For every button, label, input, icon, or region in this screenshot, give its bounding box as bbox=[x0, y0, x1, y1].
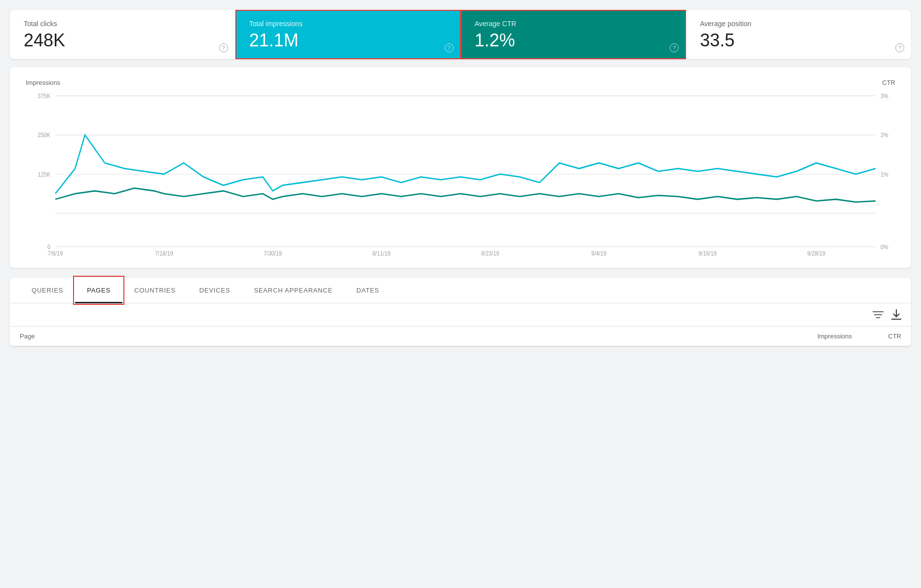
svg-text:8/11/19: 8/11/19 bbox=[372, 250, 390, 257]
tabs-card: QUERIES PAGES COUNTRIES DEVICES SEARCH A… bbox=[10, 278, 911, 346]
svg-text:7/18/19: 7/18/19 bbox=[155, 250, 173, 257]
svg-text:2%: 2% bbox=[881, 132, 888, 139]
svg-text:0: 0 bbox=[47, 243, 51, 250]
svg-text:3%: 3% bbox=[881, 92, 888, 99]
svg-text:9/16/19: 9/16/19 bbox=[698, 250, 717, 257]
metric-total-impressions[interactable]: Total impressions 21.1M ? bbox=[235, 10, 461, 59]
tab-dates[interactable]: DATES bbox=[345, 278, 391, 303]
total-impressions-value: 21.1M bbox=[249, 32, 447, 49]
column-page-label: Page bbox=[20, 332, 783, 340]
table-header: Page Impressions CTR bbox=[10, 327, 911, 346]
svg-text:8/23/19: 8/23/19 bbox=[481, 250, 499, 257]
svg-text:1%: 1% bbox=[881, 171, 888, 178]
tab-queries[interactable]: QUERIES bbox=[20, 278, 75, 303]
average-position-label: Average position bbox=[700, 20, 897, 28]
svg-text:7/6/19: 7/6/19 bbox=[48, 250, 63, 257]
download-icon[interactable] bbox=[891, 309, 901, 320]
svg-text:7/30/19: 7/30/19 bbox=[264, 250, 282, 257]
chart-card: Impressions CTR 375K 250K 125K 0 3% 2% 1… bbox=[10, 67, 911, 268]
svg-text:375K: 375K bbox=[38, 92, 50, 99]
chart-left-label: Impressions bbox=[26, 79, 60, 86]
metrics-card: Total clicks 248K ? Total impressions 21… bbox=[10, 10, 911, 59]
chart-header: Impressions CTR bbox=[26, 79, 895, 86]
metric-average-ctr[interactable]: Average CTR 1.2% ? bbox=[461, 10, 687, 59]
tab-pages[interactable]: PAGES bbox=[75, 278, 122, 303]
svg-text:9/4/19: 9/4/19 bbox=[591, 250, 607, 257]
tab-search-appearance[interactable]: SEARCH APPEARANCE bbox=[242, 278, 345, 303]
svg-text:250K: 250K bbox=[38, 132, 50, 139]
total-clicks-value: 248K bbox=[24, 32, 221, 49]
column-impressions-label: Impressions bbox=[783, 332, 852, 340]
average-ctr-value: 1.2% bbox=[475, 32, 672, 49]
svg-text:0%: 0% bbox=[881, 243, 888, 250]
chart-svg: 375K 250K 125K 0 3% 2% 1% 0% 7/6/19 7/18… bbox=[26, 90, 895, 258]
average-ctr-label: Average CTR bbox=[475, 20, 672, 28]
metric-total-clicks: Total clicks 248K ? bbox=[10, 10, 235, 59]
total-impressions-help-icon[interactable]: ? bbox=[445, 43, 454, 52]
svg-text:125K: 125K bbox=[38, 171, 50, 178]
filter-icon[interactable] bbox=[873, 309, 883, 320]
impressions-line bbox=[55, 135, 876, 194]
total-impressions-label: Total impressions bbox=[249, 20, 447, 28]
tabs-row: QUERIES PAGES COUNTRIES DEVICES SEARCH A… bbox=[10, 278, 911, 303]
total-clicks-label: Total clicks bbox=[24, 20, 221, 28]
tab-devices[interactable]: DEVICES bbox=[188, 278, 242, 303]
average-position-help-icon[interactable]: ? bbox=[895, 43, 904, 52]
total-clicks-help-icon[interactable]: ? bbox=[219, 43, 228, 52]
ctr-line bbox=[55, 188, 876, 202]
svg-text:9/28/19: 9/28/19 bbox=[807, 250, 825, 257]
column-ctr-label: CTR bbox=[852, 332, 901, 340]
chart-right-label: CTR bbox=[882, 79, 895, 86]
average-ctr-help-icon[interactable]: ? bbox=[670, 43, 679, 52]
metric-average-position: Average position 33.5 ? bbox=[686, 10, 911, 59]
tab-countries[interactable]: COUNTRIES bbox=[122, 278, 188, 303]
table-actions-row bbox=[10, 303, 911, 327]
chart-area: 375K 250K 125K 0 3% 2% 1% 0% 7/6/19 7/18… bbox=[26, 90, 895, 258]
average-position-value: 33.5 bbox=[700, 32, 897, 49]
